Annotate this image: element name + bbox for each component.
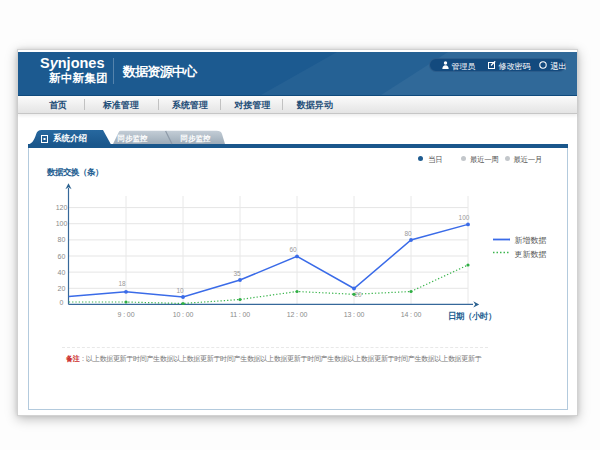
svg-text:0: 0 — [60, 299, 64, 306]
svg-text:80: 80 — [404, 230, 412, 237]
svg-text:10: 10 — [176, 287, 184, 294]
svg-text:18: 18 — [118, 280, 126, 287]
svg-text:80: 80 — [58, 236, 66, 243]
svg-text:13 : 00: 13 : 00 — [344, 311, 365, 318]
svg-text:100: 100 — [459, 214, 470, 221]
svg-text:20: 20 — [354, 291, 362, 298]
svg-text:120: 120 — [56, 204, 68, 211]
svg-text:35: 35 — [233, 270, 241, 277]
svg-text:20: 20 — [58, 285, 66, 292]
svg-text:60: 60 — [58, 253, 66, 260]
svg-text:11 : 00: 11 : 00 — [230, 311, 250, 318]
svg-text:10 : 00: 10 : 00 — [173, 311, 194, 318]
svg-text:14 : 00: 14 : 00 — [401, 311, 422, 318]
svg-text:100: 100 — [56, 220, 68, 227]
svg-text:40: 40 — [58, 269, 66, 276]
svg-text:60: 60 — [289, 246, 297, 253]
svg-text:9 : 00: 9 : 00 — [118, 311, 135, 318]
svg-text:12 : 00: 12 : 00 — [287, 311, 308, 318]
